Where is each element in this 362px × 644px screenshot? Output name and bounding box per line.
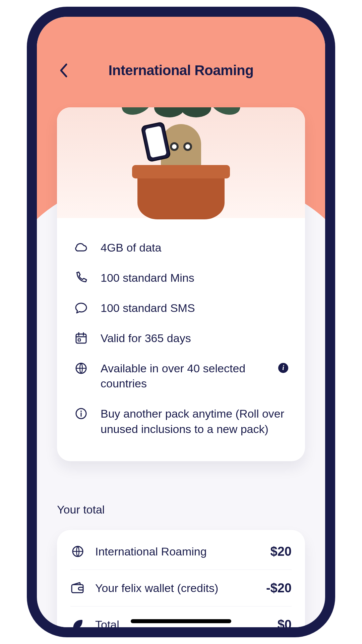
globe-icon (74, 361, 88, 376)
info-button[interactable]: i (278, 363, 288, 373)
total-row-amount: -$20 (266, 581, 292, 595)
info-outline-icon (74, 406, 88, 421)
chevron-left-icon (59, 63, 68, 78)
home-indicator[interactable] (131, 619, 231, 623)
svg-rect-0 (76, 334, 86, 343)
feature-row: Valid for 365 days (74, 323, 288, 354)
total-row: Your felix wallet (credits) -$20 (70, 570, 292, 606)
plan-detail-card: 4GB of data 100 standard Mins 100 standa… (57, 107, 305, 461)
globe-icon (70, 544, 85, 559)
total-row: International Roaming $20 (70, 533, 292, 570)
chat-icon (74, 301, 88, 315)
header: International Roaming (37, 60, 325, 80)
cloud-icon (74, 240, 88, 255)
plan-features: 4GB of data 100 standard Mins 100 standa… (57, 218, 305, 448)
total-row-label: International Roaming (95, 545, 260, 558)
feature-label: Available in over 40 selected countries (101, 361, 266, 392)
page-title: International Roaming (74, 62, 308, 78)
screen: International Roaming (37, 17, 325, 627)
feature-label: 100 standard Mins (101, 270, 288, 286)
feature-label: 4GB of data (101, 240, 288, 256)
total-row-amount: $20 (270, 544, 292, 559)
phone-frame: International Roaming (27, 7, 335, 637)
svg-rect-1 (78, 339, 80, 341)
back-button[interactable] (54, 60, 74, 80)
feature-row: 100 standard Mins (74, 263, 288, 293)
calendar-icon (74, 331, 88, 345)
feature-label: Buy another pack anytime (Roll over unus… (101, 406, 288, 437)
phone-icon (74, 270, 88, 285)
feature-row: 4GB of data (74, 233, 288, 263)
plan-illustration (57, 107, 305, 218)
total-section-heading: Your total (57, 503, 105, 516)
feature-row: Available in over 40 selected countries … (74, 354, 288, 399)
svg-point-4 (80, 411, 82, 412)
leaf-icon (70, 617, 85, 627)
svg-rect-6 (72, 585, 83, 593)
total-row-amount: $0 (278, 618, 292, 628)
total-card: International Roaming $20 Your felix wal… (57, 530, 305, 627)
total-row: Total $0 (70, 606, 292, 627)
wallet-icon (70, 581, 85, 595)
feature-label: 100 standard SMS (101, 301, 288, 316)
feature-row: 100 standard SMS (74, 293, 288, 323)
feature-label: Valid for 365 days (101, 331, 288, 346)
total-row-label: Your felix wallet (credits) (95, 582, 256, 595)
feature-row: Buy another pack anytime (Roll over unus… (74, 399, 288, 444)
